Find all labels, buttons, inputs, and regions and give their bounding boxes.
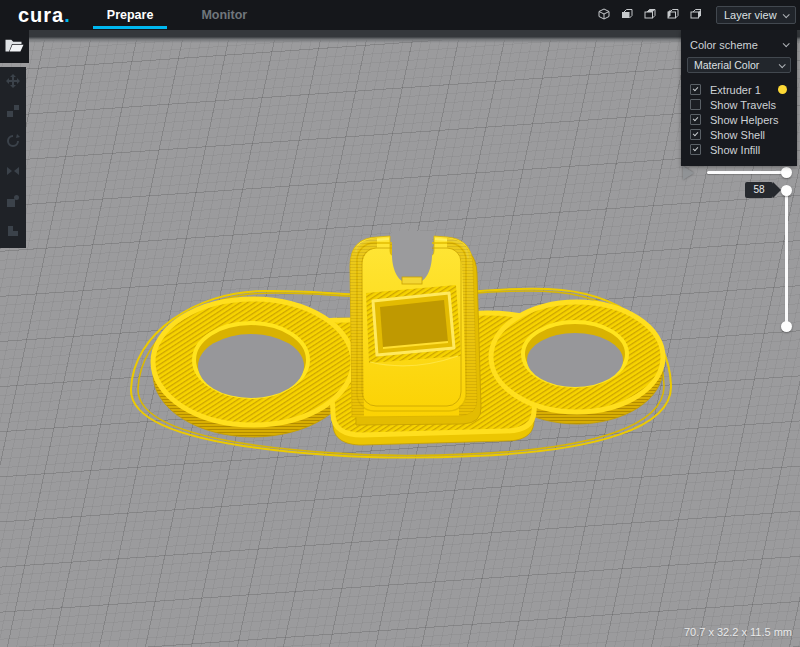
scale-tool-button[interactable] xyxy=(0,97,26,127)
viewport-3d[interactable] xyxy=(0,30,800,647)
move-icon xyxy=(5,73,21,92)
buildplate-horizon xyxy=(0,30,800,43)
rotate-tool-button[interactable] xyxy=(0,127,26,157)
view-mode-dropdown[interactable]: Layer view xyxy=(716,6,796,24)
view-top-icon xyxy=(644,8,656,23)
option-label: Show Infill xyxy=(710,144,760,156)
checkbox-icon[interactable] xyxy=(690,99,701,110)
tool-rail xyxy=(0,67,26,248)
chevron-down-icon xyxy=(783,40,790,47)
checkbox-icon[interactable] xyxy=(690,114,701,125)
option-label: Extruder 1 xyxy=(710,84,761,96)
option-show-travels[interactable]: Show Travels xyxy=(681,97,797,112)
view-left-icon xyxy=(667,8,679,23)
chevron-down-icon xyxy=(779,61,786,68)
extruder-color-swatch xyxy=(778,85,787,94)
support-blocker-tool-button[interactable] xyxy=(0,218,26,248)
chevron-down-icon xyxy=(783,11,790,18)
open-file-button[interactable] xyxy=(0,30,29,63)
option-label: Show Travels xyxy=(710,99,776,111)
per-model-settings-tool-button[interactable] xyxy=(0,188,26,218)
view-3d-button[interactable] xyxy=(596,7,612,23)
view-front-icon xyxy=(621,8,633,23)
view-right-icon xyxy=(690,8,702,23)
view-left-button[interactable] xyxy=(665,7,681,23)
view-options: Extruder 1Show TravelsShow HelpersShow S… xyxy=(681,82,797,157)
cura-window: cura. Prepare Monitor Layer view xyxy=(0,0,800,647)
header-bar: cura. Prepare Monitor Layer view xyxy=(0,0,800,30)
option-show-shell[interactable]: Show Shell xyxy=(681,127,797,142)
view-3d-icon xyxy=(598,8,610,23)
view-controls: Layer view xyxy=(596,6,800,24)
layer-range-slider[interactable] xyxy=(707,171,787,174)
view-front-button[interactable] xyxy=(619,7,635,23)
option-label: Show Helpers xyxy=(710,114,778,126)
color-scheme-header[interactable]: Color scheme xyxy=(681,37,797,52)
scale-icon xyxy=(5,103,21,122)
layer-view-panel: Color scheme Material Color Extruder 1Sh… xyxy=(681,30,797,166)
move-tool-button[interactable] xyxy=(0,67,26,97)
model-dimensions: 70.7 x 32.2 x 11.5 mm xyxy=(684,626,792,638)
range-slider-handle[interactable] xyxy=(781,167,792,178)
per-model-settings-icon xyxy=(5,193,21,212)
checkbox-icon[interactable] xyxy=(690,144,701,155)
mirror-icon xyxy=(5,163,21,182)
option-label: Show Shell xyxy=(710,129,765,141)
checkbox-icon[interactable] xyxy=(690,84,701,95)
tab-monitor[interactable]: Monitor xyxy=(177,0,271,30)
color-scheme-dropdown[interactable]: Material Color xyxy=(687,57,791,73)
tab-prepare[interactable]: Prepare xyxy=(83,0,178,30)
cura-logo: cura. xyxy=(18,0,71,30)
view-mode-value: Layer view xyxy=(724,9,777,21)
checkbox-icon[interactable] xyxy=(690,129,701,140)
layer-number-badge: 58 xyxy=(745,182,773,198)
view-right-button[interactable] xyxy=(688,7,704,23)
option-show-helpers[interactable]: Show Helpers xyxy=(681,112,797,127)
open-folder-icon xyxy=(5,39,24,55)
mirror-tool-button[interactable] xyxy=(0,158,26,188)
simulation-play-button[interactable] xyxy=(683,166,694,180)
support-blocker-icon xyxy=(5,223,21,242)
layer-slider-top-handle[interactable] xyxy=(781,185,792,196)
option-show-infill[interactable]: Show Infill xyxy=(681,142,797,157)
color-scheme-label: Color scheme xyxy=(690,39,758,51)
color-scheme-value: Material Color xyxy=(694,59,759,71)
view-top-button[interactable] xyxy=(642,7,658,23)
layer-slider[interactable] xyxy=(785,190,788,327)
rotate-icon xyxy=(5,133,21,152)
option-extruder-1[interactable]: Extruder 1 xyxy=(681,82,797,97)
layer-slider-bottom-handle[interactable] xyxy=(781,321,792,332)
stage-tabs: Prepare Monitor xyxy=(83,0,271,30)
